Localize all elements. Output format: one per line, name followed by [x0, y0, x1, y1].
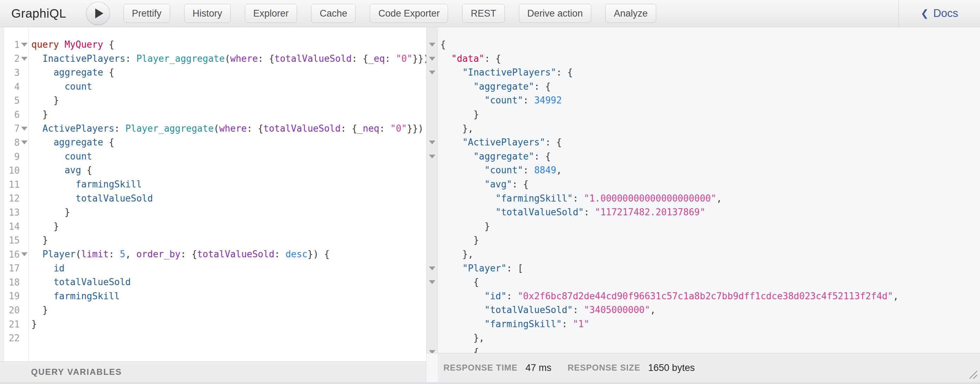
fold-arrow-icon[interactable] [21, 252, 27, 256]
code-text[interactable]: } [29, 220, 59, 234]
code-text[interactable]: InactivePlayers: Player_aggregate(where:… [29, 52, 426, 66]
code-segment: : [584, 207, 595, 217]
code-line[interactable]: 19 farmingSkill [0, 289, 426, 304]
code-text[interactable]: farmingSkill [29, 289, 119, 304]
fold-arrow-icon[interactable] [429, 266, 435, 270]
code-line[interactable]: 15 } [0, 233, 426, 247]
code-segment: MyQuery [65, 39, 103, 50]
query-variables-bar[interactable]: QUERY VARIABLES [0, 362, 426, 382]
code-text[interactable]: } [29, 233, 48, 247]
code-line[interactable]: 21} [0, 317, 426, 331]
code-text[interactable]: } [29, 303, 48, 317]
code-text[interactable]: } [29, 108, 48, 122]
code-segment: : [523, 95, 534, 105]
fold-cell [20, 140, 29, 144]
code-segment [32, 53, 42, 64]
code-text[interactable]: } [29, 317, 37, 331]
code-line[interactable]: 5 } [0, 94, 426, 108]
response-row: "farmingSkill": "1.00000000000000000000"… [426, 192, 980, 206]
code-line[interactable]: 12 totalValueSold [0, 192, 426, 206]
code-line[interactable]: 8 aggregate { [0, 135, 426, 150]
toolbar-button-history[interactable]: History [184, 4, 231, 23]
fold-arrow-icon[interactable] [429, 43, 435, 46]
code-text[interactable]: id [29, 261, 65, 276]
code-segment [131, 249, 137, 260]
line-number: 15 [4, 235, 20, 245]
code-segment: "ActivePlayers" [463, 137, 546, 148]
resize-handle-icon[interactable] [967, 369, 978, 379]
query-editor-pane[interactable]: 1query MyQuery {2 InactivePlayers: Playe… [0, 27, 426, 382]
code-line[interactable]: 1query MyQuery { [0, 38, 426, 52]
code-segment [440, 291, 484, 301]
fold-arrow-icon[interactable] [21, 140, 27, 144]
code-segment: aggregate [54, 67, 103, 78]
toolbar-button-analyze[interactable]: Analyze [605, 4, 656, 23]
response-row: } [426, 220, 980, 234]
code-line[interactable]: 20 } [0, 303, 426, 317]
fold-arrow-icon[interactable] [429, 155, 435, 158]
code-line[interactable]: 7 ActivePlayers: Player_aggregate(where:… [0, 122, 426, 136]
code-line[interactable]: 11 farmingSkill [0, 177, 426, 192]
fold-arrow-icon[interactable] [429, 57, 435, 61]
code-text[interactable]: query MyQuery { [29, 38, 114, 52]
fold-arrow-icon[interactable] [429, 280, 435, 284]
code-text[interactable]: } [29, 206, 70, 220]
code-segment: { [103, 39, 114, 50]
code-segment: "InactivePlayers" [463, 67, 556, 78]
code-segment: { [103, 137, 114, 148]
line-number: 10 [4, 165, 20, 176]
code-line[interactable]: 6 } [0, 108, 426, 122]
code-segment: , [650, 304, 656, 315]
code-line[interactable]: 10 avg { [0, 163, 426, 177]
fold-arrow-icon[interactable] [429, 350, 435, 353]
code-line[interactable]: 16 Player(limit: 5, order_by: {totalValu… [0, 247, 426, 261]
fold-arrow-icon[interactable] [21, 43, 27, 46]
code-segment: { [440, 39, 446, 50]
code-text[interactable]: aggregate { [29, 135, 114, 150]
code-line[interactable]: 22 [0, 331, 426, 345]
code-line[interactable]: 14 } [0, 220, 426, 234]
fold-arrow-icon[interactable] [21, 57, 27, 61]
response-row: }, [426, 122, 980, 136]
response-row: "totalValueSold": "3405000000", [426, 303, 980, 317]
code-line[interactable]: 13 } [0, 206, 426, 220]
code-text[interactable]: ActivePlayers: Player_aggregate(where: {… [29, 122, 426, 136]
code-line[interactable]: 4 count [0, 80, 426, 94]
execute-query-button[interactable] [86, 2, 110, 25]
fold-arrow-icon[interactable] [21, 127, 27, 131]
code-text[interactable]: count [29, 150, 92, 164]
query-editor[interactable]: 1query MyQuery {2 InactivePlayers: Playe… [0, 27, 426, 362]
fold-arrow-icon[interactable] [429, 70, 435, 75]
code-line[interactable]: 17 id [0, 261, 426, 276]
code-line[interactable]: 2 InactivePlayers: Player_aggregate(wher… [0, 52, 426, 66]
toolbar-button-cache[interactable]: Cache [311, 4, 356, 23]
code-text[interactable]: farmingSkill [29, 177, 142, 192]
code-text[interactable]: avg { [29, 163, 92, 177]
code-text[interactable]: Player(limit: 5, order_by: {totalValueSo… [29, 247, 329, 261]
code-text[interactable]: totalValueSold [29, 275, 131, 289]
code-line[interactable]: 3 aggregate { [0, 65, 426, 80]
code-segment: where [231, 53, 258, 64]
code-line[interactable]: 9 count [0, 150, 426, 164]
code-segment: where [219, 123, 247, 134]
code-segment: { [258, 123, 264, 134]
toolbar-button-code-exporter[interactable]: Code Exporter [370, 4, 448, 23]
code-text[interactable]: totalValueSold [29, 192, 153, 206]
code-line[interactable]: 18 totalValueSold [0, 275, 426, 289]
line-number: 12 [4, 193, 20, 204]
fold-arrow-icon[interactable] [429, 140, 435, 144]
toolbar-button-rest[interactable]: REST [462, 4, 504, 23]
toolbar-button-prettify[interactable]: Prettify [124, 4, 170, 23]
code-text[interactable]: aggregate { [29, 65, 114, 80]
fold-cell [426, 140, 438, 144]
response-text: "totalValueSold": "3405000000", [438, 303, 656, 317]
line-number: 2 [4, 53, 20, 64]
code-text[interactable]: count [29, 80, 92, 94]
docs-toggle[interactable]: ❮ Docs [899, 0, 980, 27]
toolbar-button-derive-action[interactable]: Derive action [519, 4, 592, 23]
code-segment: } [440, 235, 479, 245]
line-number: 1 [4, 40, 20, 50]
response-text: "InactivePlayers": { [438, 65, 573, 80]
code-text[interactable]: } [29, 94, 59, 108]
toolbar-button-explorer[interactable]: Explorer [245, 4, 298, 23]
